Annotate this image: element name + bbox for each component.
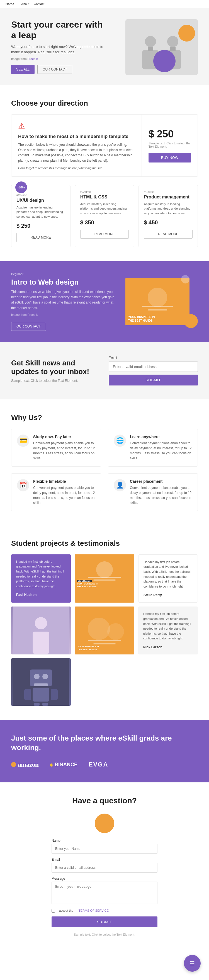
buy-now-button[interactable]: BUY NOW bbox=[148, 153, 191, 162]
binance-icon: ◆ bbox=[49, 762, 53, 767]
testimonials-title: Student projects & testimonials bbox=[11, 539, 198, 548]
course-price-3: $ 450 bbox=[144, 220, 193, 226]
contact-section: Have a question? Name Email Message I ac… bbox=[0, 783, 209, 950]
hero-content: Start your career with a leap Want your … bbox=[11, 19, 106, 85]
membership-right: $ 250 Sample text. Click to select the T… bbox=[142, 115, 198, 177]
testimonial-author-3: Stella Perry bbox=[144, 593, 162, 597]
svg-point-8 bbox=[148, 288, 167, 307]
timetable-icon: 📅 bbox=[17, 479, 29, 492]
course-title-1: UX/UI design bbox=[16, 198, 65, 203]
message-textarea[interactable] bbox=[51, 881, 158, 904]
testimonial-card-2: digitalBrandsYOUR BUSINESS INTHE BEST HA… bbox=[75, 554, 134, 603]
contact-note: Sample text. Click to select the Text El… bbox=[11, 933, 198, 936]
navigation: Home About Contact bbox=[0, 0, 209, 8]
see-all-button[interactable]: SEE ALL bbox=[11, 65, 35, 74]
svg-rect-30 bbox=[51, 689, 58, 700]
intro-img-overlay-text: YOUR BUSINESS INTHE BEST HANDS bbox=[128, 315, 155, 323]
hero-section: Start your career with a leap Want your … bbox=[0, 8, 209, 85]
email-label: Email bbox=[108, 356, 198, 360]
intro-web-description: This comprehensive webinar gives you the… bbox=[11, 289, 117, 311]
course-tag-3: #Course bbox=[144, 190, 193, 193]
courses-grid: -50% #Course UX/UI design Acquire master… bbox=[11, 185, 198, 248]
course-card-2: #Course HTML & CSS Acquire mastery in le… bbox=[75, 185, 134, 248]
hero-circle-orange bbox=[178, 25, 195, 41]
career-icon: 👤 bbox=[114, 479, 126, 492]
svg-rect-31 bbox=[34, 703, 40, 706]
hero-credit-link[interactable]: Freepik bbox=[27, 57, 38, 60]
name-field-group: Name bbox=[51, 839, 158, 854]
contact-orange-circle bbox=[95, 814, 114, 833]
newsletter-title: Get Skill news and updates to your inbox… bbox=[11, 359, 101, 376]
our-contact-button[interactable]: OUR CONTACT bbox=[37, 65, 72, 74]
nav-link-contact[interactable]: Contact bbox=[34, 2, 44, 6]
testimonial-quote-3: I landed my first job before graduation … bbox=[144, 560, 193, 589]
svg-rect-27 bbox=[34, 683, 48, 686]
svg-point-1 bbox=[145, 36, 156, 47]
svg-point-20 bbox=[107, 623, 124, 640]
why-us-title: Why Us? bbox=[11, 414, 198, 422]
why-card-2: 🌐 Learn anywhere Convenient payment plan… bbox=[108, 429, 198, 466]
warning-icon: ⚠ bbox=[18, 121, 135, 130]
why-card-content-4: Career placement Convenient payment plan… bbox=[130, 479, 192, 505]
intro-web-tag: Beginner bbox=[11, 272, 117, 276]
testimonials-section: Student projects & testimonials I landed… bbox=[0, 525, 209, 720]
partners-title: Just some of the places where eSkill gra… bbox=[11, 733, 198, 752]
read-more-button-1[interactable]: READ MORE bbox=[16, 233, 65, 242]
testimonial-image-5: YOUR BUSINESS INTHE BEST HANDS bbox=[75, 606, 134, 654]
intro-web-credit: Image from Freepik bbox=[11, 313, 117, 317]
testimonial-quote-6: I landed my first job before graduation … bbox=[143, 611, 193, 641]
amazon-dot bbox=[11, 762, 16, 767]
membership-warning: Don't forget to remove this message befo… bbox=[18, 166, 135, 170]
terms-link[interactable]: TERMS OF SERVICE bbox=[78, 909, 108, 912]
choose-direction-title: Choose your direction bbox=[11, 99, 198, 108]
svg-rect-21 bbox=[88, 640, 121, 641]
hero-buttons: SEE ALL OUR CONTACT bbox=[11, 65, 106, 74]
course-desc-2: Acquire mastery in leading platforms and… bbox=[80, 202, 129, 216]
testimonial-card-7 bbox=[11, 659, 71, 706]
name-input[interactable] bbox=[51, 844, 158, 854]
terms-checkbox[interactable] bbox=[51, 909, 55, 913]
hero-title: Start your career with a leap bbox=[11, 19, 106, 41]
evga-text: EVGA bbox=[89, 761, 108, 768]
learn-icon: 🌐 bbox=[114, 434, 126, 447]
why-card-4: 👤 Career placement Convenient payment pl… bbox=[108, 473, 198, 511]
amazon-logo: amazon bbox=[11, 761, 38, 768]
name-label: Name bbox=[51, 839, 158, 843]
contact-email-input[interactable] bbox=[51, 863, 158, 873]
course-card-3: #Course Product management Acquire maste… bbox=[139, 185, 198, 248]
intro-circle-white bbox=[181, 275, 190, 283]
why-card-title-3: Flexible timetable bbox=[33, 479, 95, 484]
svg-rect-9 bbox=[142, 306, 173, 307]
intro-contact-button[interactable]: OUR CONTACT bbox=[11, 322, 46, 331]
newsletter-note: Sample text. Click to select the Text El… bbox=[11, 379, 101, 383]
testimonial-image-4 bbox=[11, 606, 71, 654]
testimonials-grid: I landed my first job before graduation … bbox=[11, 554, 198, 706]
read-more-button-3[interactable]: READ MORE bbox=[144, 230, 193, 239]
message-field-group: Message bbox=[51, 877, 158, 905]
svg-point-12 bbox=[96, 562, 113, 578]
course-title-3: Product management bbox=[144, 194, 193, 200]
contact-form: Name Email Message I accept the TERMS OF… bbox=[51, 839, 158, 928]
newsletter-form: Email SUBMIT bbox=[108, 356, 198, 385]
svg-point-2 bbox=[167, 36, 178, 47]
hero-description: Want your future to start right now? We'… bbox=[11, 44, 106, 55]
intro-web-image: YOUR BUSINESS INTHE BEST HANDS bbox=[125, 278, 190, 325]
why-card-1: 💳 Study now. Pay later Convenient paymen… bbox=[11, 429, 101, 466]
newsletter-email-input[interactable] bbox=[108, 361, 198, 372]
testimonial-card-1: I landed my first job before graduation … bbox=[11, 554, 71, 603]
contact-submit-button[interactable]: SUBMIT bbox=[51, 916, 158, 928]
svg-rect-10 bbox=[148, 309, 167, 310]
why-card-title-2: Learn anywhere bbox=[130, 434, 192, 439]
intro-web-content: Beginner Intro to Web design This compre… bbox=[11, 272, 117, 331]
newsletter-submit-button[interactable]: SUBMIT bbox=[108, 375, 198, 385]
nav-link-about[interactable]: About bbox=[21, 2, 30, 6]
intro-web-title: Intro to Web design bbox=[11, 278, 117, 286]
nav-logo[interactable]: Home bbox=[6, 2, 14, 6]
course-price-2: $ 350 bbox=[80, 220, 129, 226]
read-more-button-2[interactable]: READ MORE bbox=[80, 230, 129, 239]
hero-circle-purple bbox=[153, 50, 175, 72]
svg-rect-29 bbox=[24, 689, 31, 700]
testimonial-author-6: Nick Larson bbox=[143, 645, 163, 649]
course-price-1: $ 250 bbox=[16, 223, 65, 229]
svg-rect-6 bbox=[170, 47, 175, 51]
